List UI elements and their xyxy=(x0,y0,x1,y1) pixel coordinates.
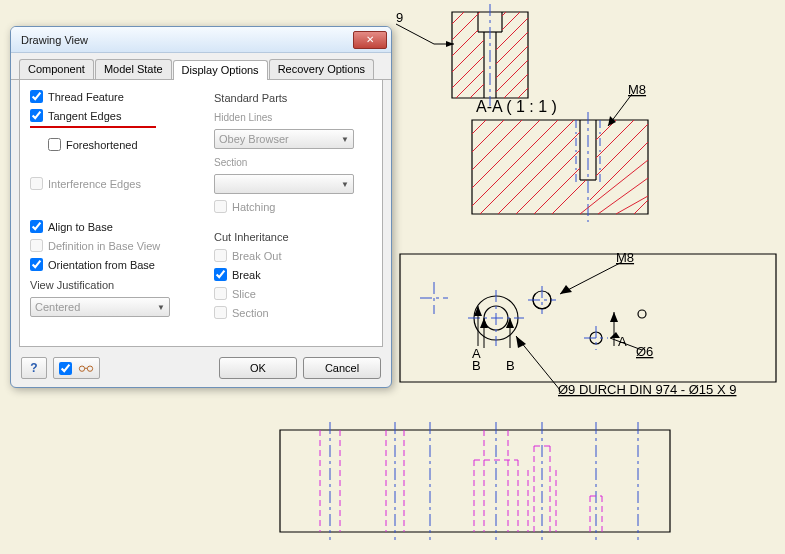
svg-line-30 xyxy=(472,120,486,134)
chevron-down-icon: ▼ xyxy=(341,180,349,189)
svg-line-40 xyxy=(596,124,648,176)
tab-recovery-options[interactable]: Recovery Options xyxy=(269,59,374,79)
svg-marker-64 xyxy=(610,312,618,322)
svg-rect-49 xyxy=(400,254,776,382)
svg-marker-48 xyxy=(608,116,616,126)
svg-marker-69 xyxy=(516,336,526,348)
section-mark-a1: A xyxy=(472,346,481,361)
tab-strip: Component Model State Display Options Re… xyxy=(11,53,391,80)
align-to-base-checkbox[interactable]: Align to Base xyxy=(30,220,200,233)
tangent-edges-label: Tangent Edges xyxy=(48,110,121,122)
svg-line-19 xyxy=(502,12,506,16)
section-label: Section xyxy=(214,157,372,168)
glasses-icon xyxy=(78,363,94,373)
chevron-down-icon: ▼ xyxy=(341,135,349,144)
svg-line-41 xyxy=(596,120,634,158)
svg-line-12 xyxy=(456,70,484,98)
svg-marker-67 xyxy=(560,285,572,294)
break-label: Break xyxy=(232,269,261,281)
section-view-aa xyxy=(396,4,528,106)
orientation-from-base-input[interactable] xyxy=(30,258,43,271)
section2-label: Section xyxy=(232,307,269,319)
foreshortened-label: Foreshortened xyxy=(66,139,138,151)
tab-model-state[interactable]: Model State xyxy=(95,59,172,79)
tangent-edges-input[interactable] xyxy=(30,109,43,122)
close-button[interactable]: ✕ xyxy=(353,31,387,49)
section-aa-label: A-A ( 1 : 1 ) xyxy=(476,98,557,115)
svg-marker-65 xyxy=(480,318,488,328)
svg-line-46 xyxy=(616,196,648,214)
svg-line-18 xyxy=(502,12,520,30)
section-dropdown[interactable]: ▼ xyxy=(214,174,354,194)
svg-line-38 xyxy=(534,168,580,214)
svg-line-13 xyxy=(470,84,484,98)
svg-rect-70 xyxy=(280,430,670,532)
tab-component[interactable]: Component xyxy=(19,59,94,79)
svg-marker-68 xyxy=(610,332,620,338)
svg-line-34 xyxy=(472,120,558,206)
slice-checkbox: Slice xyxy=(214,287,372,300)
view-justification-label: View Justification xyxy=(30,279,200,291)
svg-line-31 xyxy=(472,120,504,152)
orientation-from-base-checkbox[interactable]: Orientation from Base xyxy=(30,258,200,271)
svg-point-62 xyxy=(638,310,646,318)
thread-feature-label: Thread Feature xyxy=(48,91,124,103)
orientation-from-base-label: Orientation from Base xyxy=(48,259,155,271)
toggle-checkbox[interactable] xyxy=(59,362,72,375)
view-justification-dropdown[interactable]: Centered ▼ xyxy=(30,297,170,317)
svg-marker-66 xyxy=(506,318,514,328)
thread-feature-input[interactable] xyxy=(30,90,43,103)
definition-in-base-view-label: Definition in Base View xyxy=(48,240,160,252)
hatching-label: Hatching xyxy=(232,201,275,213)
svg-line-35 xyxy=(480,120,574,214)
button-bar: ? OK Cancel xyxy=(11,353,391,387)
section2-input xyxy=(214,306,227,319)
svg-line-7 xyxy=(452,12,464,24)
svg-line-20 xyxy=(504,74,528,98)
help-button[interactable]: ? xyxy=(21,357,47,379)
hatching-checkbox: Hatching xyxy=(214,200,372,213)
interference-edges-input xyxy=(30,177,43,190)
interference-edges-checkbox: Interference Edges xyxy=(30,177,200,190)
foreshortened-checkbox[interactable]: Foreshortened xyxy=(48,138,200,151)
svg-line-10 xyxy=(452,40,484,72)
svg-line-14 xyxy=(496,60,528,92)
svg-line-47 xyxy=(634,200,648,214)
svg-line-42 xyxy=(596,120,616,140)
foreshortened-input[interactable] xyxy=(48,138,61,151)
slice-input xyxy=(214,287,227,300)
break-input[interactable] xyxy=(214,268,227,281)
callout-label: Ø9 DURCH DIN 974 - Ø15 X 9 xyxy=(558,382,736,397)
break-checkbox[interactable]: Break xyxy=(214,268,372,281)
section-mark-a2: A xyxy=(618,334,627,349)
ok-button[interactable]: OK xyxy=(219,357,297,379)
svg-point-51 xyxy=(484,306,508,330)
interference-edges-label: Interference Edges xyxy=(48,178,141,190)
svg-line-36 xyxy=(498,132,580,214)
bottom-elevation xyxy=(280,422,670,540)
svg-line-43 xyxy=(590,142,648,200)
tab-display-options[interactable]: Display Options xyxy=(173,60,268,80)
cut-inheritance-label: Cut Inheritance xyxy=(214,231,372,243)
svg-point-57 xyxy=(590,332,602,344)
svg-line-9 xyxy=(452,30,478,56)
svg-line-21 xyxy=(518,88,528,98)
svg-line-44 xyxy=(580,160,648,214)
standard-parts-label: Standard Parts xyxy=(214,92,372,104)
align-to-base-input[interactable] xyxy=(30,220,43,233)
svg-marker-63 xyxy=(474,306,482,316)
svg-point-95 xyxy=(79,366,84,371)
thread-feature-checkbox[interactable]: Thread Feature xyxy=(30,90,200,103)
hidden-lines-dropdown[interactable]: Obey Browser ▼ xyxy=(214,129,354,149)
titlebar[interactable]: Drawing View ✕ xyxy=(11,27,391,53)
svg-line-39 xyxy=(552,180,586,214)
plan-view xyxy=(400,254,776,390)
break-out-label: Break Out xyxy=(232,250,282,262)
break-out-checkbox: Break Out xyxy=(214,249,372,262)
tangent-edges-checkbox[interactable]: Tangent Edges xyxy=(30,109,200,122)
hidden-lines-value: Obey Browser xyxy=(219,133,289,145)
definition-in-base-view-input xyxy=(30,239,43,252)
view-justification-value: Centered xyxy=(35,301,80,313)
cancel-button[interactable]: Cancel xyxy=(303,357,381,379)
toolbar-toggle-group[interactable] xyxy=(53,357,100,379)
